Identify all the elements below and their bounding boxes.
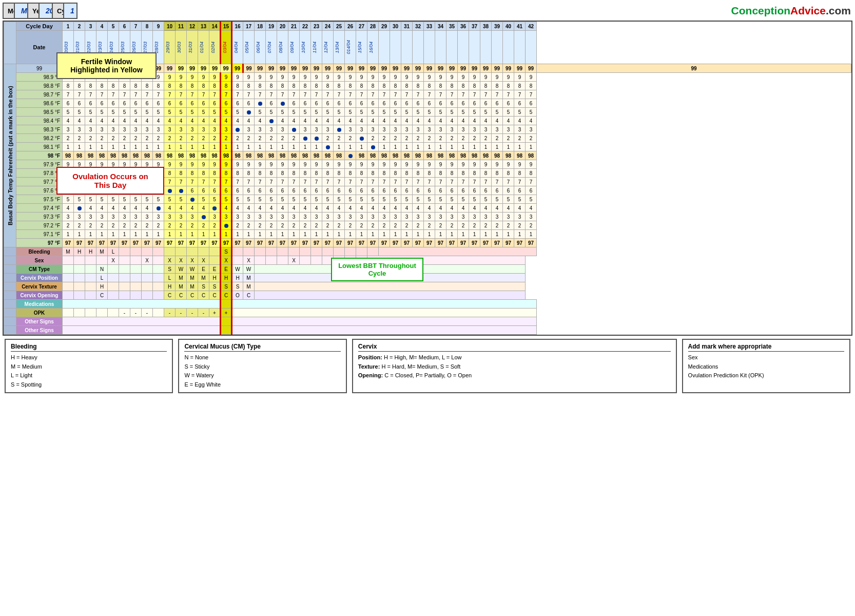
opk-label: OPK <box>16 309 63 317</box>
date-10: 29/03 <box>164 31 176 64</box>
sex-row-label: Sex <box>16 256 63 265</box>
cd-42: 42 <box>526 22 537 31</box>
other2-row: Other Signs <box>4 326 851 335</box>
bleed-12 <box>187 247 198 256</box>
bleed-5: L <box>108 247 119 256</box>
date-29 <box>379 31 390 64</box>
date-header-label: Date <box>16 31 63 64</box>
date-34 <box>435 31 446 64</box>
cd-35: 35 <box>446 22 458 31</box>
bleed-22 <box>300 247 311 256</box>
cycle-label: Cycle Nº <box>52 3 64 18</box>
cd-39: 39 <box>492 22 503 31</box>
cm-row-label: CM Type <box>16 265 63 274</box>
date-20: 08/04 <box>277 31 288 64</box>
bleed-2: H <box>74 247 85 256</box>
cycle-value: 1 <box>64 3 77 18</box>
bbt-971-row: 97.1 °F111111111111111111111111111111111… <box>4 230 851 239</box>
bbt-982-row: 98.2 °F222222222222222222222222222222222… <box>4 134 851 143</box>
sex-row: Sex X X X X X X X X <box>4 256 851 265</box>
bleed-13 <box>198 247 209 256</box>
bbt-974-row: 97.4 °F444444444444444444444444444444444… <box>4 204 851 213</box>
date-33 <box>424 31 435 64</box>
bbt-987-row: 98.7 °F777777777777777777777777777777777… <box>4 90 851 99</box>
date-40 <box>503 31 514 64</box>
bbt-97-row: 97 °F97979797979797979797979797979797979… <box>4 239 851 247</box>
other-legend-opk: Ovulation Prediction Kit (OPK) <box>688 371 844 380</box>
year-value: 2017 <box>39 3 52 18</box>
cd-21: 21 <box>288 22 300 31</box>
header-table: Month March - April Year 2017 Cycle Nº 1… <box>3 3 852 19</box>
brand-com: .com <box>826 5 851 16</box>
cd-22: 22 <box>300 22 311 31</box>
cycle-day-row: Cycle Day 1 2 3 4 5 6 7 8 9 10 11 12 13 <box>4 22 851 31</box>
cd-28: 28 <box>367 22 379 31</box>
medications-label: Medications <box>16 300 63 309</box>
lowest-bbt-annotation: Lowest BBT Throughout Cycle <box>331 258 423 281</box>
date-41 <box>514 31 526 64</box>
cd-36: 36 <box>458 22 469 31</box>
date-13: 01/04 <box>198 31 209 64</box>
date-32 <box>413 31 424 64</box>
date-36 <box>458 31 469 64</box>
bleeding-legend-m: M = Medium <box>11 362 167 372</box>
cervix-pos-label: Cervix Position <box>16 274 63 282</box>
other1-label: Other Signs <box>16 317 63 326</box>
other-legend-title: Add mark where appropriate <box>688 343 844 352</box>
date-31 <box>401 31 413 64</box>
bbt-981-row: 98.1 °F111111111111111111111111111111111… <box>4 143 851 151</box>
legend-area: Bleeding H = Heavy M = Medium L = Light … <box>3 339 852 393</box>
bleeding-row-label: Bleeding <box>16 247 63 256</box>
bleed-14 <box>209 247 221 256</box>
date-38 <box>480 31 492 64</box>
bleed-3: H <box>85 247 96 256</box>
cd-3: 3 <box>85 22 96 31</box>
bleed-9 <box>153 247 164 256</box>
cd-24: 24 <box>322 22 334 31</box>
bleeding-legend-l: L = Light <box>11 371 167 380</box>
fertile-window-annotation: Fertile Window Highlighted in Yellow <box>56 52 157 79</box>
other2-label: Other Signs <box>16 326 63 335</box>
bleed-24 <box>322 247 334 256</box>
bleed-rest <box>379 247 537 256</box>
cd-30: 30 <box>390 22 401 31</box>
cd-13: 13 <box>198 22 209 31</box>
date-22: 10/04 <box>300 31 311 64</box>
brand-advice: Advice <box>790 5 826 16</box>
cd-20: 20 <box>277 22 288 31</box>
cd-32: 32 <box>413 22 424 31</box>
date-30 <box>390 31 401 64</box>
cervix-legend-pos: Position: H = High, M= Medium, L = Low <box>358 353 671 362</box>
date-17: 05/04 <box>243 31 255 64</box>
bbt-988-row: 98.8 °F888888888888888888888888888888888… <box>4 82 851 90</box>
cd-31: 31 <box>401 22 413 31</box>
cervix-legend-title: Cervix <box>358 343 671 352</box>
cd-25: 25 <box>334 22 345 31</box>
date-25: 13/04 <box>334 31 345 64</box>
year-label: Year <box>28 3 39 18</box>
date-37 <box>469 31 480 64</box>
date-12: 31/03 <box>187 31 198 64</box>
bleed-17 <box>243 247 255 256</box>
cd-26: 26 <box>345 22 356 31</box>
month-value: March - April <box>14 3 28 18</box>
cd-16: 16 <box>232 22 243 31</box>
cm-legend-s: S = Sticky <box>184 362 340 372</box>
other-legend: Add mark where appropriate Sex Medicatio… <box>682 339 850 393</box>
bleed-21 <box>288 247 300 256</box>
chart-area: Fertile Window Highlighted in Yellow Ovu… <box>3 21 852 336</box>
bbt-983-row: 98.3 °F333333333333333333333333333333333… <box>4 125 851 134</box>
bleed-1: M <box>63 247 74 256</box>
bleed-27 <box>356 247 367 256</box>
cycle-day-header-label: Cycle Day <box>16 22 63 31</box>
date-42 <box>526 31 537 64</box>
bleeding-label <box>4 247 16 256</box>
opk-row: OPK - - - - - - - + + <box>4 309 851 317</box>
cervix-legend-tex: Texture: H = Hard, M= Medium, S = Soft <box>358 362 671 372</box>
date-11: 30/03 <box>176 31 187 64</box>
date-23: 11/04 <box>311 31 322 64</box>
month-label: Month <box>3 3 14 18</box>
cd-7: 7 <box>130 22 142 31</box>
bleed-4: M <box>96 247 108 256</box>
bleed-20 <box>277 247 288 256</box>
